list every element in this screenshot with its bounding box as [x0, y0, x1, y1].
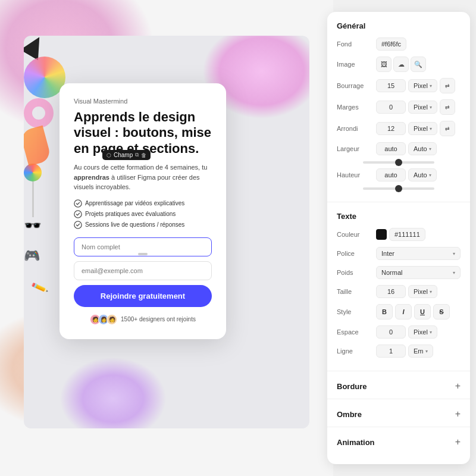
image-icon-group: 🖼 ☁ 🔍 [376, 57, 426, 72]
image-upload-icon[interactable]: ☁ [393, 57, 409, 72]
police-value: Inter [381, 250, 394, 257]
fond-value[interactable]: #f6f6fc [376, 37, 406, 51]
animation-section: Animation + [327, 427, 470, 455]
police-select[interactable]: Inter ▾ [376, 247, 461, 260]
largeur-chevron: ▾ [429, 146, 431, 152]
couleur-label: Couleur [337, 231, 372, 238]
avatar-3: 🧑 [107, 314, 117, 325]
hauteur-value[interactable]: auto [376, 168, 406, 181]
image-gallery-icon[interactable]: 🖼 [376, 57, 392, 72]
largeur-value-box: auto Auto ▾ [376, 142, 461, 155]
italic-button[interactable]: I [395, 304, 412, 320]
lollipop-head [24, 164, 42, 181]
underline-button[interactable]: U [414, 304, 431, 320]
marges-value-box: 0 Pixel ▾ ⇄ [376, 99, 461, 115]
check-icon-1 [74, 199, 82, 208]
strikethrough-button[interactable]: S [433, 304, 450, 320]
marges-value[interactable]: 0 [376, 101, 406, 114]
tooltip-text: Champ [114, 152, 133, 158]
black-triangle-obj [24, 36, 48, 60]
largeur-slider-track[interactable] [363, 161, 434, 164]
image-search-icon[interactable]: 🔍 [411, 57, 426, 72]
cta-button[interactable]: Rejoindre gratuitement [74, 285, 212, 307]
taille-label: Taille [337, 288, 372, 295]
espace-chevron: ▾ [430, 330, 432, 335]
marges-chevron: ▾ [430, 105, 432, 110]
bourrage-value[interactable]: 15 [376, 79, 406, 92]
feature-text-1: Apprentissage par vidéos explicatives [85, 200, 184, 206]
desc-bold: apprendras [74, 174, 109, 181]
modal-card: Visual Mastermind Apprends le design vis… [60, 83, 226, 339]
hauteur-slider-thumb[interactable] [395, 185, 402, 192]
largeur-slider-row [337, 161, 461, 168]
ligne-label: Ligne [337, 347, 372, 355]
animation-label: Animation [337, 438, 375, 447]
hauteur-slider-track[interactable] [363, 187, 434, 190]
taille-value[interactable]: 16 [376, 285, 406, 298]
bold-button[interactable]: B [376, 304, 393, 320]
taille-unit-select[interactable]: Pixel ▾ [408, 285, 437, 298]
marges-link-icon[interactable]: ⇄ [440, 99, 455, 115]
bourrage-link-icon[interactable]: ⇄ [440, 78, 455, 93]
arrondi-unit-label: Pixel [414, 125, 428, 132]
bourrage-unit-select[interactable]: Pixel ▾ [408, 79, 437, 92]
largeur-value[interactable]: auto [376, 142, 406, 155]
animation-add-button[interactable]: + [455, 437, 461, 447]
check-icon-2 [74, 210, 82, 218]
police-value-box: Inter ▾ [376, 247, 461, 260]
largeur-row: Largeur auto Auto ▾ [337, 142, 461, 155]
espace-unit-select[interactable]: Pixel ▾ [408, 325, 437, 339]
bourrage-chevron: ▾ [430, 83, 432, 89]
feature-item-3: Sessions live de questions / réponses [74, 221, 212, 229]
poids-value-box: Normal ▾ [376, 266, 461, 279]
bordure-header-row: Bordure + [337, 381, 461, 392]
bourrage-unit-label: Pixel [414, 82, 428, 89]
feature-item-1: Apprentissage par vidéos explicatives [74, 199, 212, 208]
hauteur-unit-select[interactable]: Auto ▾ [408, 168, 437, 181]
arrondi-link-icon[interactable]: ⇄ [440, 121, 455, 136]
taille-unit-label: Pixel [414, 288, 428, 295]
ligne-unit-label: Em [414, 347, 424, 355]
ligne-row: Ligne 1 Em ▾ [337, 345, 461, 358]
espace-unit-label: Pixel [414, 328, 428, 336]
email-input[interactable] [74, 261, 212, 280]
fond-label: Fond [337, 40, 372, 48]
social-proof-text: 1500+ designers ont rejoints [121, 316, 196, 322]
ligne-unit-select[interactable]: Em ▾ [408, 345, 433, 358]
style-buttons-group: B I U S [376, 304, 461, 320]
espace-value[interactable]: 0 [376, 325, 406, 339]
couleur-value[interactable]: #111111 [389, 228, 425, 241]
ligne-chevron: ▾ [425, 349, 428, 354]
bordure-add-button[interactable]: + [455, 381, 461, 392]
arrondi-value[interactable]: 12 [376, 122, 406, 135]
general-section: Général Fond #f6f6fc Image 🖼 ☁ 🔍 Bourrag… [327, 12, 470, 202]
name-input-wrapper[interactable] [74, 237, 212, 256]
hauteur-chevron: ▾ [429, 173, 431, 178]
police-row: Police Inter ▾ [337, 247, 461, 260]
ombre-add-button[interactable]: + [455, 409, 461, 419]
arrondi-unit-select[interactable]: Pixel ▾ [408, 122, 437, 135]
largeur-slider-thumb[interactable] [395, 159, 402, 166]
tooltip-delete-icon: 🗑 [141, 152, 146, 158]
hauteur-label: Hauteur [337, 171, 372, 178]
orange-twist-obj [24, 126, 52, 166]
marges-row: Marges 0 Pixel ▾ ⇄ [337, 99, 461, 115]
arrondi-value-box: 12 Pixel ▾ ⇄ [376, 121, 461, 136]
email-input-wrapper[interactable] [74, 261, 212, 280]
style-value-box: B I U S [376, 304, 461, 320]
marges-unit-select[interactable]: Pixel ▾ [408, 101, 437, 114]
taille-chevron: ▾ [430, 289, 432, 295]
largeur-unit-select[interactable]: Auto ▾ [408, 142, 437, 155]
hauteur-value-box: auto Auto ▾ [376, 168, 461, 181]
poids-select[interactable]: Normal ▾ [376, 266, 461, 279]
poids-row: Poids Normal ▾ [337, 266, 461, 279]
tooltip-label: ⬡ Champ ⧉ 🗑 [102, 150, 151, 160]
largeur-label: Largeur [337, 145, 372, 152]
bourrage-label: Bourrage [337, 82, 372, 89]
color-swatch[interactable] [376, 229, 387, 240]
style-row: Style B I U S [337, 304, 461, 320]
desc-part1: Au cours de cette formation de 4 semaine… [74, 164, 207, 171]
ombre-header-row: Ombre + [337, 409, 461, 419]
ligne-value[interactable]: 1 [376, 345, 406, 358]
police-label: Police [337, 250, 372, 257]
